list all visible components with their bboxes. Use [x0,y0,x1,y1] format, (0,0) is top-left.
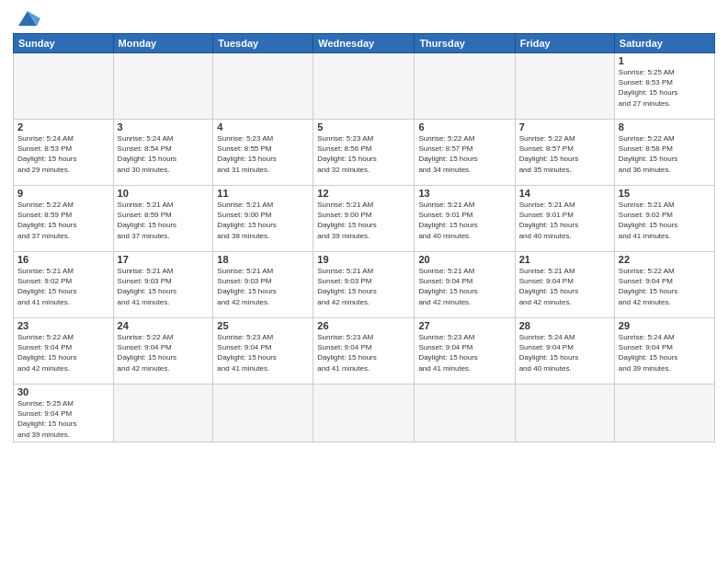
day-number: 25 [217,320,309,331]
weekday-header-friday: Friday [515,34,614,53]
day-info: Sunrise: 5:24 AM Sunset: 8:54 PM Dayligh… [118,133,210,175]
calendar-cell: 30Sunrise: 5:25 AM Sunset: 9:04 PM Dayli… [14,385,114,442]
calendar-cell: 13Sunrise: 5:21 AM Sunset: 9:01 PM Dayli… [415,186,515,252]
day-info: Sunrise: 5:21 AM Sunset: 9:01 PM Dayligh… [418,200,510,241]
weekday-header-tuesday: Tuesday [213,34,313,53]
calendar-cell: 11Sunrise: 5:21 AM Sunset: 9:00 PM Dayli… [213,186,313,252]
day-info: Sunrise: 5:21 AM Sunset: 8:59 PM Dayligh… [118,200,210,241]
day-number: 14 [519,188,610,199]
calendar-cell: 27Sunrise: 5:23 AM Sunset: 9:04 PM Dayli… [415,318,515,385]
calendar-cell [313,385,415,442]
calendar-cell: 21Sunrise: 5:21 AM Sunset: 9:04 PM Dayli… [515,252,614,318]
calendar-cell [213,385,313,442]
calendar-cell: 4Sunrise: 5:23 AM Sunset: 8:55 PM Daylig… [213,120,313,186]
day-number: 16 [17,254,109,265]
day-number: 5 [317,121,410,132]
day-number: 4 [217,121,309,132]
calendar-cell [614,385,714,442]
day-info: Sunrise: 5:21 AM Sunset: 9:04 PM Dayligh… [418,266,510,307]
calendar-header: SundayMondayTuesdayWednesdayThursdayFrid… [14,34,715,53]
logo [13,9,40,28]
day-number: 7 [519,121,610,132]
day-number: 15 [619,188,711,199]
day-number: 1 [619,55,711,66]
day-info: Sunrise: 5:23 AM Sunset: 9:04 PM Dayligh… [418,332,510,373]
calendar-cell [415,385,515,442]
calendar-cell: 7Sunrise: 5:22 AM Sunset: 8:57 PM Daylig… [515,120,614,186]
calendar-cell: 23Sunrise: 5:22 AM Sunset: 9:04 PM Dayli… [14,318,114,385]
day-number: 28 [519,320,610,331]
week-row-4: 16Sunrise: 5:21 AM Sunset: 9:02 PM Dayli… [14,252,715,318]
day-info: Sunrise: 5:22 AM Sunset: 8:57 PM Dayligh… [519,133,610,175]
calendar-cell: 2Sunrise: 5:24 AM Sunset: 8:53 PM Daylig… [14,120,114,186]
calendar-page: SundayMondayTuesdayWednesdayThursdayFrid… [0,0,728,563]
day-number: 11 [217,188,309,199]
day-info: Sunrise: 5:21 AM Sunset: 9:04 PM Dayligh… [519,266,610,307]
day-number: 8 [619,121,711,132]
weekday-row: SundayMondayTuesdayWednesdayThursdayFrid… [14,34,715,53]
day-number: 22 [619,254,711,265]
day-info: Sunrise: 5:21 AM Sunset: 9:00 PM Dayligh… [217,200,309,241]
week-row-5: 23Sunrise: 5:22 AM Sunset: 9:04 PM Dayli… [14,318,715,385]
calendar-cell: 6Sunrise: 5:22 AM Sunset: 8:57 PM Daylig… [415,120,515,186]
day-info: Sunrise: 5:24 AM Sunset: 9:04 PM Dayligh… [619,332,711,373]
calendar-cell: 28Sunrise: 5:24 AM Sunset: 9:04 PM Dayli… [515,318,614,385]
calendar-cell: 14Sunrise: 5:21 AM Sunset: 9:01 PM Dayli… [515,186,614,252]
calendar-cell: 29Sunrise: 5:24 AM Sunset: 9:04 PM Dayli… [614,318,714,385]
day-number: 30 [17,386,109,397]
calendar-cell: 18Sunrise: 5:21 AM Sunset: 9:03 PM Dayli… [213,252,313,318]
day-info: Sunrise: 5:22 AM Sunset: 8:58 PM Dayligh… [619,133,711,175]
calendar-cell: 15Sunrise: 5:21 AM Sunset: 9:02 PM Dayli… [614,186,714,252]
calendar-cell: 5Sunrise: 5:23 AM Sunset: 8:56 PM Daylig… [313,120,415,186]
day-info: Sunrise: 5:21 AM Sunset: 9:03 PM Dayligh… [217,266,309,307]
day-info: Sunrise: 5:21 AM Sunset: 9:02 PM Dayligh… [619,200,711,241]
day-number: 24 [118,320,210,331]
calendar-cell: 16Sunrise: 5:21 AM Sunset: 9:02 PM Dayli… [14,252,114,318]
day-number: 6 [418,121,510,132]
calendar-cell: 20Sunrise: 5:21 AM Sunset: 9:04 PM Dayli… [415,252,515,318]
day-info: Sunrise: 5:22 AM Sunset: 8:57 PM Dayligh… [418,133,510,175]
calendar-cell: 22Sunrise: 5:22 AM Sunset: 9:04 PM Dayli… [614,252,714,318]
day-info: Sunrise: 5:22 AM Sunset: 9:04 PM Dayligh… [118,332,210,373]
calendar-cell: 25Sunrise: 5:23 AM Sunset: 9:04 PM Dayli… [213,318,313,385]
logo-icon [15,9,40,28]
day-number: 20 [418,254,510,265]
day-number: 21 [519,254,610,265]
logo-text [13,9,40,28]
calendar-table: SundayMondayTuesdayWednesdayThursdayFrid… [13,33,715,442]
calendar-cell [515,53,614,120]
day-number: 3 [118,121,210,132]
calendar-cell: 26Sunrise: 5:23 AM Sunset: 9:04 PM Dayli… [313,318,415,385]
calendar-cell [113,53,213,120]
calendar-cell [213,53,313,120]
day-number: 23 [17,320,109,331]
day-number: 29 [619,320,711,331]
calendar-cell: 10Sunrise: 5:21 AM Sunset: 8:59 PM Dayli… [113,186,213,252]
weekday-header-wednesday: Wednesday [313,34,415,53]
calendar-cell: 1Sunrise: 5:25 AM Sunset: 8:53 PM Daylig… [614,53,714,120]
calendar-cell: 9Sunrise: 5:22 AM Sunset: 8:59 PM Daylig… [14,186,114,252]
calendar-cell: 17Sunrise: 5:21 AM Sunset: 9:03 PM Dayli… [113,252,213,318]
calendar-cell [113,385,213,442]
day-info: Sunrise: 5:23 AM Sunset: 8:55 PM Dayligh… [217,133,309,175]
week-row-6: 30Sunrise: 5:25 AM Sunset: 9:04 PM Dayli… [14,385,715,442]
day-info: Sunrise: 5:25 AM Sunset: 8:53 PM Dayligh… [619,67,711,109]
day-number: 10 [118,188,210,199]
calendar-cell: 3Sunrise: 5:24 AM Sunset: 8:54 PM Daylig… [113,120,213,186]
day-info: Sunrise: 5:22 AM Sunset: 9:04 PM Dayligh… [619,266,711,307]
day-info: Sunrise: 5:24 AM Sunset: 9:04 PM Dayligh… [519,332,610,373]
day-info: Sunrise: 5:25 AM Sunset: 9:04 PM Dayligh… [17,398,109,440]
day-info: Sunrise: 5:23 AM Sunset: 9:04 PM Dayligh… [217,332,309,373]
calendar-cell [313,53,415,120]
calendar-body: 1Sunrise: 5:25 AM Sunset: 8:53 PM Daylig… [14,53,715,442]
day-info: Sunrise: 5:22 AM Sunset: 9:04 PM Dayligh… [17,332,109,373]
day-number: 18 [217,254,309,265]
calendar-cell: 19Sunrise: 5:21 AM Sunset: 9:03 PM Dayli… [313,252,415,318]
calendar-cell [415,53,515,120]
day-number: 9 [17,188,109,199]
weekday-header-thursday: Thursday [415,34,515,53]
day-number: 27 [418,320,510,331]
day-info: Sunrise: 5:21 AM Sunset: 9:01 PM Dayligh… [519,200,610,241]
calendar-cell [14,53,114,120]
day-number: 26 [317,320,410,331]
